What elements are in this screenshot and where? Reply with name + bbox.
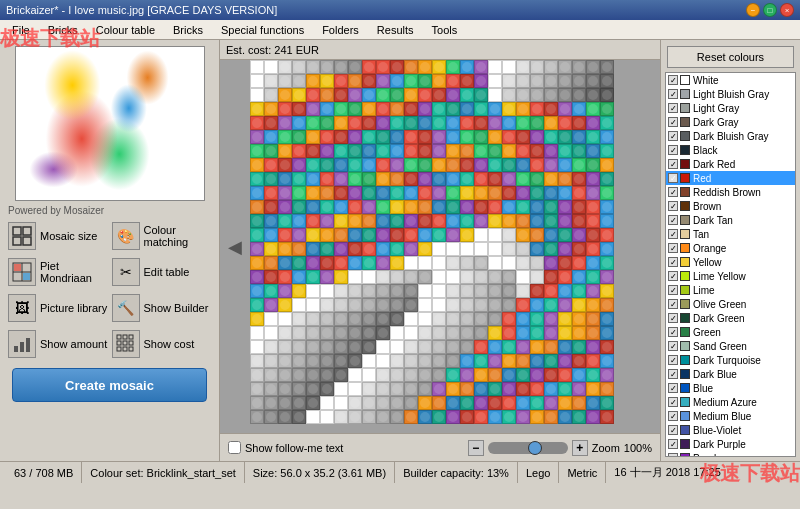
colour-item[interactable]: ✓Orange — [666, 241, 795, 255]
colour-item[interactable]: ✓Blue — [666, 381, 795, 395]
mosaic-cell — [278, 74, 292, 88]
show-amount-label[interactable]: Show amount — [40, 338, 108, 350]
svg-rect-17 — [129, 341, 133, 345]
create-mosaic-button[interactable]: Create mosaic — [12, 368, 207, 402]
edit-table-label[interactable]: Edit table — [144, 266, 212, 278]
colour-checkbox[interactable]: ✓ — [668, 117, 678, 127]
colour-checkbox[interactable]: ✓ — [668, 145, 678, 155]
follow-me-checkbox[interactable] — [228, 441, 241, 454]
colour-checkbox[interactable]: ✓ — [668, 299, 678, 309]
colour-checkbox[interactable]: ✓ — [668, 355, 678, 365]
show-amount-icon[interactable] — [8, 330, 36, 358]
mondriaan-icon[interactable] — [8, 258, 36, 286]
colour-item[interactable]: ✓White — [666, 73, 795, 87]
colour-item[interactable]: ✓Reddish Brown — [666, 185, 795, 199]
colour-item[interactable]: ✓Red — [666, 171, 795, 185]
menu-special-functions[interactable]: Special functions — [213, 22, 312, 38]
colour-checkbox[interactable]: ✓ — [668, 75, 678, 85]
zoom-minus-button[interactable]: − — [468, 440, 484, 456]
colour-checkbox[interactable]: ✓ — [668, 89, 678, 99]
colour-item[interactable]: ✓Blue-Violet — [666, 423, 795, 437]
picture-library-icon[interactable]: 🖼 — [8, 294, 36, 322]
colour-item[interactable]: ✓Medium Azure — [666, 395, 795, 409]
colour-checkbox[interactable]: ✓ — [668, 383, 678, 393]
edit-table-icon[interactable]: ✂ — [112, 258, 140, 286]
colour-checkbox[interactable]: ✓ — [668, 173, 678, 183]
colour-matching-icon[interactable]: 🎨 — [112, 222, 140, 250]
colour-item[interactable]: ✓Dark Purple — [666, 437, 795, 451]
mosaic-cell — [586, 256, 600, 270]
colour-item[interactable]: ✓Dark Bluish Gray — [666, 129, 795, 143]
close-button[interactable]: × — [780, 3, 794, 17]
colour-checkbox[interactable]: ✓ — [668, 397, 678, 407]
colour-checkbox[interactable]: ✓ — [668, 243, 678, 253]
colour-item[interactable]: ✓Light Bluish Gray — [666, 87, 795, 101]
colour-checkbox[interactable]: ✓ — [668, 229, 678, 239]
colour-item[interactable]: ✓Purple — [666, 451, 795, 457]
colour-item[interactable]: ✓Light Gray — [666, 101, 795, 115]
right-panel: Reset colours ✓White✓Light Bluish Gray✓L… — [660, 40, 800, 461]
picture-library-label[interactable]: Picture library — [40, 302, 108, 314]
colour-item[interactable]: ✓Black — [666, 143, 795, 157]
reset-colours-button[interactable]: Reset colours — [667, 46, 794, 68]
colour-checkbox[interactable]: ✓ — [668, 201, 678, 211]
colour-checkbox[interactable]: ✓ — [668, 131, 678, 141]
colour-item[interactable]: ✓Olive Green — [666, 297, 795, 311]
show-cost-label[interactable]: Show cost — [144, 338, 212, 350]
colour-item[interactable]: ✓Brown — [666, 199, 795, 213]
menu-folders[interactable]: Folders — [314, 22, 367, 38]
minimize-button[interactable]: − — [746, 3, 760, 17]
colour-checkbox[interactable]: ✓ — [668, 341, 678, 351]
colour-list[interactable]: ✓White✓Light Bluish Gray✓Light Gray✓Dark… — [665, 72, 796, 457]
mosaic-cell — [334, 60, 348, 74]
colour-checkbox[interactable]: ✓ — [668, 159, 678, 169]
colour-checkbox[interactable]: ✓ — [668, 369, 678, 379]
menu-tools[interactable]: Tools — [424, 22, 466, 38]
mosaic-container[interactable]: ◀ — [220, 60, 660, 433]
menu-results[interactable]: Results — [369, 22, 422, 38]
colour-checkbox[interactable]: ✓ — [668, 187, 678, 197]
mosaic-size-icon[interactable] — [8, 222, 36, 250]
zoom-plus-button[interactable]: + — [572, 440, 588, 456]
colour-item[interactable]: ✓Tan — [666, 227, 795, 241]
colour-item[interactable]: ✓Lime — [666, 283, 795, 297]
scroll-left-arrow[interactable]: ◀ — [228, 236, 242, 258]
colour-item[interactable]: ✓Dark Tan — [666, 213, 795, 227]
colour-checkbox[interactable]: ✓ — [668, 285, 678, 295]
mosaic-cell — [530, 312, 544, 326]
menu-bricks2[interactable]: Bricks — [165, 22, 211, 38]
colour-item[interactable]: ✓Dark Green — [666, 311, 795, 325]
mosaic-size-label[interactable]: Mosaic size — [40, 230, 108, 242]
show-cost-icon[interactable] — [112, 330, 140, 358]
colour-item[interactable]: ✓Dark Red — [666, 157, 795, 171]
colour-item[interactable]: ✓Yellow — [666, 255, 795, 269]
show-builder-icon[interactable]: 🔨 — [112, 294, 140, 322]
colour-checkbox[interactable]: ✓ — [668, 257, 678, 267]
colour-item[interactable]: ✓Lime Yellow — [666, 269, 795, 283]
colour-checkbox[interactable]: ✓ — [668, 103, 678, 113]
colour-item[interactable]: ✓Medium Blue — [666, 409, 795, 423]
colour-item[interactable]: ✓Green — [666, 325, 795, 339]
colour-checkbox[interactable]: ✓ — [668, 327, 678, 337]
zoom-slider[interactable] — [488, 442, 568, 454]
colour-checkbox[interactable]: ✓ — [668, 453, 678, 457]
colour-checkbox[interactable]: ✓ — [668, 439, 678, 449]
maximize-button[interactable]: □ — [763, 3, 777, 17]
mosaic-cell — [516, 396, 530, 410]
colour-checkbox[interactable]: ✓ — [668, 215, 678, 225]
mosaic-cell — [250, 102, 264, 116]
colour-item[interactable]: ✓Sand Green — [666, 339, 795, 353]
mondriaan-label[interactable]: Piet Mondriaan — [40, 260, 108, 284]
colour-checkbox[interactable]: ✓ — [668, 411, 678, 421]
mosaic-cell — [530, 382, 544, 396]
colour-checkbox[interactable]: ✓ — [668, 425, 678, 435]
colour-item[interactable]: ✓Dark Gray — [666, 115, 795, 129]
show-builder-label[interactable]: Show Builder — [144, 302, 212, 314]
colour-matching-label[interactable]: Colour matching — [144, 224, 212, 248]
colour-checkbox[interactable]: ✓ — [668, 313, 678, 323]
mosaic-cell — [390, 368, 404, 382]
colour-checkbox[interactable]: ✓ — [668, 271, 678, 281]
mosaic-cell — [376, 298, 390, 312]
colour-item[interactable]: ✓Dark Turquoise — [666, 353, 795, 367]
colour-item[interactable]: ✓Dark Blue — [666, 367, 795, 381]
